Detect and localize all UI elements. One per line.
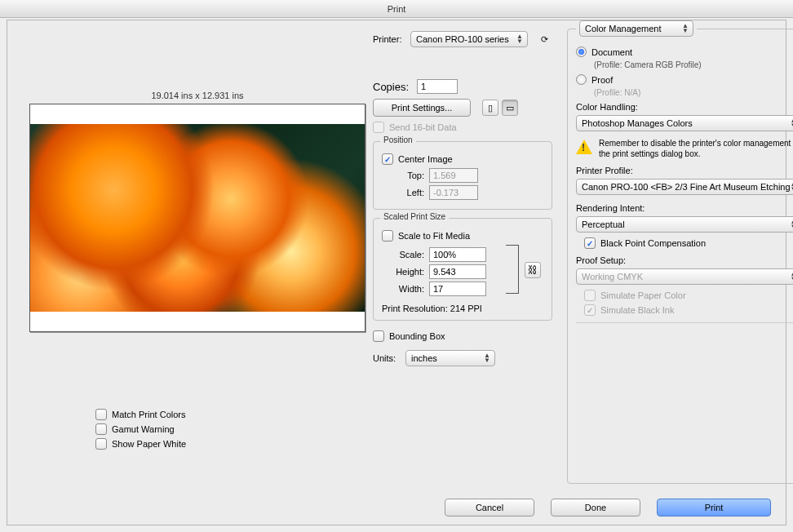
warning-text: Remember to disable the printer's color … [599,138,793,159]
show-paper-white-label: Show Paper White [112,439,186,449]
dropdown-arrows-icon [682,24,688,33]
printer-refresh-icon[interactable]: ⟳ [536,31,552,47]
warning-icon [576,140,592,154]
cancel-button[interactable]: Cancel [445,499,534,516]
dropdown-arrows-icon [516,34,522,44]
scale-label: Scale: [382,250,424,259]
preview-column: 19.014 ins x 12.931 ins Match Print Colo… [22,91,373,453]
proof-profile-label: (Profile: N/A) [594,88,793,97]
rendering-intent-select[interactable]: Perceptual [576,216,793,233]
rendering-intent-label: Rendering Intent: [576,203,793,213]
aspect-lock-icon[interactable]: ⛓ [525,262,541,278]
print-dialog: 19.014 ins x 12.931 ins Match Print Colo… [7,20,786,525]
units-select[interactable]: inches [405,350,495,366]
left-label: Left: [382,188,424,197]
height-input[interactable] [429,264,486,279]
printer-profile-label: Printer Profile: [576,166,793,175]
dialog-footer: Cancel Done Print [445,499,771,516]
color-handling-label: Color Handling: [576,102,793,112]
center-image-label: Center Image [398,154,453,164]
color-management-panel: Color Management Document (Profile: Came… [567,20,793,484]
black-point-label: Black Point Compensation [600,238,706,248]
match-print-colors-label: Match Print Colors [112,410,185,419]
top-label: Top: [382,171,424,180]
dropdown-arrows-icon [791,272,793,282]
print-settings-button[interactable]: Print Settings... [373,99,471,117]
preview-frame[interactable] [29,104,365,332]
width-label: Width: [382,284,424,294]
layout-portrait-icon[interactable]: ▯ [482,100,498,116]
printer-profile-value: Canon PRO-100 <FB> 2/3 Fine Art Museum E… [582,182,791,192]
gamut-warning-checkbox[interactable] [95,423,107,435]
proof-radio-label: Proof [591,75,613,85]
proof-setup-label: Proof Setup: [576,255,793,265]
center-image-checkbox[interactable] [382,153,393,165]
proof-radio[interactable] [576,74,587,85]
scale-to-fit-label: Scale to Fit Media [398,231,470,241]
rendering-intent-value: Perceptual [582,219,625,229]
print-button[interactable]: Print [657,499,771,516]
proof-setup-select: Working CMYK [576,268,793,285]
show-paper-white-checkbox[interactable] [95,438,107,450]
dropdown-arrows-icon [791,118,793,128]
scaled-group: Scaled Print Size Scale to Fit Media Sca… [373,218,552,321]
warning-row: Remember to disable the printer's color … [576,138,793,159]
proof-setup-value: Working CMYK [582,272,643,282]
simulate-black-checkbox [584,304,596,316]
units-label: Units: [373,353,405,363]
position-left-input [429,185,478,200]
units-value: inches [411,353,437,363]
printer-label: Printer: [373,34,410,44]
send-16bit-checkbox [373,122,384,133]
dropdown-arrows-icon [791,182,793,192]
preview-image [30,124,365,312]
done-button[interactable]: Done [551,499,640,516]
title-bar: Print [0,0,793,18]
document-radio-label: Document [591,47,632,57]
simulate-paper-label: Simulate Paper Color [600,290,686,300]
send-16bit-label: Send 16-bit Data [389,122,457,132]
bounding-box-label: Bounding Box [389,331,445,341]
width-input[interactable] [429,282,486,296]
dropdown-arrows-icon [791,219,793,229]
color-handling-value: Photoshop Manages Colors [582,118,693,128]
copies-input[interactable] [417,79,458,94]
section-value: Color Management [585,24,662,33]
scale-to-fit-checkbox[interactable] [382,230,393,242]
copies-label: Copies: [373,81,409,93]
settings-column: Printer: Canon PRO-100 series ⟳ Copies: … [373,29,552,369]
printer-value: Canon PRO-100 series [416,34,509,44]
divider [576,322,793,323]
section-select[interactable]: Color Management [579,20,693,37]
printer-profile-select[interactable]: Canon PRO-100 <FB> 2/3 Fine Art Museum E… [576,179,793,195]
layout-landscape-icon[interactable]: ▭ [502,100,518,116]
dropdown-arrows-icon [484,353,490,363]
position-top-input [429,168,478,183]
color-handling-select[interactable]: Photoshop Manages Colors [576,115,793,131]
position-title: Position [380,135,416,144]
window-title: Print [388,4,406,14]
document-profile-label: (Profile: Camera RGB Profile) [594,60,793,69]
black-point-checkbox[interactable] [584,237,596,249]
scaled-title: Scaled Print Size [380,212,449,221]
color-column: Color Management Document (Profile: Came… [567,20,777,484]
simulate-paper-checkbox [584,290,596,301]
link-bracket-icon: ⛓ [506,245,519,294]
document-radio[interactable] [576,47,587,57]
printer-select[interactable]: Canon PRO-100 series [410,31,528,47]
preview-dimensions: 19.014 ins x 12.931 ins [22,91,373,100]
height-label: Height: [382,267,424,277]
bounding-box-checkbox[interactable] [373,330,384,342]
match-print-colors-checkbox[interactable] [95,409,107,420]
scale-input[interactable] [429,247,486,262]
gamut-warning-label: Gamut Warning [112,424,175,434]
simulate-black-label: Simulate Black Ink [600,305,674,315]
position-group: Position Center Image Top: Left: [373,141,552,210]
print-resolution: Print Resolution: 214 PPI [382,304,543,313]
